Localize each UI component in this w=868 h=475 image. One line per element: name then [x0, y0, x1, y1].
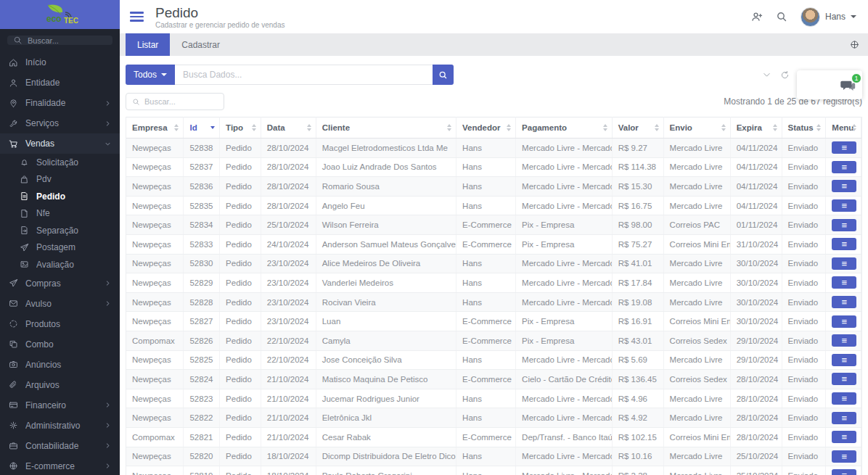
sidebar-item-label: Arquivos	[25, 380, 111, 390]
cell-cliente: Macgel Eletrodomesticos Ltda Me	[316, 139, 456, 158]
row-menu-button[interactable]: ≡	[832, 450, 856, 463]
sidebar-item-solicitacao[interactable]: Solicitação	[0, 154, 120, 171]
table-header-row: EmpresaIdTipoDataClienteVendedorPagament…	[126, 117, 861, 139]
plane-icon	[20, 243, 29, 252]
cell-pagamento: Cielo - Cartão De Crédito	[516, 370, 613, 389]
row-menu-button[interactable]: ≡	[832, 276, 856, 289]
refresh-icon[interactable]	[780, 70, 790, 80]
hamburger-menu-icon[interactable]	[130, 12, 144, 21]
sort-icon	[447, 124, 451, 131]
sidebar-item-produtos[interactable]: Produtos	[0, 314, 120, 334]
tab-listar[interactable]: Listar	[126, 33, 170, 56]
column-header-expira[interactable]: Expira	[730, 117, 782, 139]
column-header-empresa[interactable]: Empresa	[126, 117, 184, 139]
cell-data: 23/10/2024	[261, 273, 316, 293]
column-header-vendedor[interactable]: Vendedor	[456, 117, 516, 139]
row-menu-button[interactable]: ≡	[832, 315, 856, 328]
cell-data: 25/10/2024	[261, 215, 316, 235]
cell-pagamento: Mercado Livre - Mercado Pago	[516, 389, 613, 408]
cell-pagamento: Pix - Empresa	[516, 331, 613, 350]
column-header-menu[interactable]: Menu	[826, 117, 861, 139]
sidebar-item-combo[interactable]: Combo	[0, 334, 120, 355]
row-menu-button[interactable]: ≡	[832, 354, 856, 366]
add-user-icon[interactable]	[751, 11, 763, 22]
sidebar-item-finalidade[interactable]: Finalidade	[0, 93, 120, 113]
row-menu-button[interactable]: ≡	[832, 238, 856, 250]
row-menu-button[interactable]: ≡	[832, 180, 856, 192]
row-menu-button[interactable]: ≡	[832, 334, 856, 347]
cell-expira: 04/11/2024	[730, 196, 782, 215]
row-menu-button[interactable]: ≡	[832, 257, 856, 270]
table-filter[interactable]	[126, 93, 224, 110]
search-submit-button[interactable]	[433, 65, 454, 85]
sidebar-item-pedido[interactable]: Pedido	[0, 188, 120, 205]
global-search-input[interactable]	[175, 65, 433, 85]
cell-expira: 04/11/2024	[730, 177, 782, 197]
column-header-data[interactable]: Data	[261, 117, 316, 139]
column-header-pagamento[interactable]: Pagamento	[516, 117, 613, 139]
row-menu-button[interactable]: ≡	[832, 161, 856, 173]
sidebar-item-label: Nfe	[36, 208, 111, 218]
cell-cliente: Joao Luiz Andrade Dos Santos	[316, 157, 456, 177]
column-header-id[interactable]: Id	[184, 117, 220, 139]
cell-expira: 04/11/2024	[730, 139, 782, 158]
collapse-chevron-icon[interactable]	[762, 70, 771, 80]
user-menu[interactable]: Hans	[801, 7, 856, 27]
row-menu-button[interactable]: ≡	[832, 219, 856, 231]
cell-envio: Mercado Livre	[663, 196, 730, 215]
cell-cliente: Cesar Rabak	[316, 427, 456, 447]
sidebar-item-e-commerce[interactable]: E-commerce	[0, 456, 120, 475]
cell-status: Enviado	[782, 427, 826, 447]
row-menu-button[interactable]: ≡	[832, 412, 856, 424]
cell-cliente: Alice Medeiros De Oliveira	[316, 254, 456, 273]
sidebar-item-financeiro[interactable]: Financeiro	[0, 395, 120, 416]
sidebar-item-label: Administrativo	[25, 421, 97, 431]
column-header-valor[interactable]: Valor	[612, 117, 663, 139]
search-icon[interactable]	[776, 11, 787, 22]
cell-pagamento: Dep/Transf. - Banco Itaú	[516, 427, 613, 447]
sidebar-item-avulso[interactable]: Avulso	[0, 294, 120, 314]
column-header-envio[interactable]: Envio	[663, 117, 730, 139]
cell-empresa: Newpeças	[126, 466, 184, 475]
sidebar-item-administrativo[interactable]: Administrativo	[0, 416, 120, 436]
tab-cadastrar[interactable]: Cadastrar	[170, 33, 232, 56]
column-header-tipo[interactable]: Tipo	[220, 117, 261, 139]
sidebar-item-anuncios[interactable]: Anúncios	[0, 355, 120, 375]
cell-empresa: Compomax	[126, 427, 184, 447]
sidebar-item-nfe[interactable]: Nfe	[0, 205, 120, 223]
filter-scope-button[interactable]: Todos	[126, 65, 175, 85]
row-menu-button[interactable]: ≡	[832, 392, 856, 405]
column-header-cliente[interactable]: Cliente	[316, 117, 456, 139]
column-label: Empresa	[132, 123, 168, 132]
sidebar-item-vendas[interactable]: Vendas	[0, 133, 120, 154]
sidebar-item-compras[interactable]: Compras	[0, 273, 120, 294]
column-header-status[interactable]: Status	[782, 117, 826, 139]
table-filter-input[interactable]	[144, 97, 218, 106]
cell-envio: Correios Mini Envios	[663, 427, 730, 447]
row-menu-button[interactable]: ≡	[832, 199, 856, 212]
chevron-right-icon	[105, 422, 111, 429]
sidebar-item-inicio[interactable]: Início	[0, 52, 120, 73]
row-menu-button[interactable]: ≡	[832, 373, 856, 385]
sidebar-item-servicos[interactable]: Serviços	[0, 113, 120, 133]
row-menu-button[interactable]: ≡	[832, 296, 856, 308]
sidebar-item-postagem[interactable]: Postagem	[0, 239, 120, 257]
sidebar-search[interactable]	[7, 36, 112, 45]
cell-tipo: Pedido	[220, 331, 261, 350]
cell-data: 22/10/2024	[261, 350, 316, 370]
cell-status: Enviado	[782, 370, 826, 389]
sidebar-search-input[interactable]	[28, 36, 107, 45]
row-menu-button[interactable]: ≡	[832, 141, 856, 154]
sidebar-item-avaliacao[interactable]: Avaliação	[0, 256, 120, 273]
move-icon[interactable]	[850, 40, 859, 49]
sidebar-item-contabilidade[interactable]: Contabilidade	[0, 436, 120, 456]
sidebar-item-arquivos[interactable]: Arquivos	[0, 375, 120, 395]
sidebar-item-pdv[interactable]: Pdv	[0, 171, 120, 189]
sidebar-item-separacao[interactable]: Separação	[0, 222, 120, 239]
row-menu-button[interactable]: ≡	[832, 431, 856, 443]
cell-valor: R$ 10.16	[612, 447, 663, 466]
chat-button[interactable]: 1	[840, 78, 856, 96]
sidebar-item-entidade[interactable]: Entidade	[0, 73, 120, 93]
sidebar-item-label: E-commerce	[25, 461, 97, 471]
row-menu-button[interactable]: ≡	[832, 469, 856, 475]
